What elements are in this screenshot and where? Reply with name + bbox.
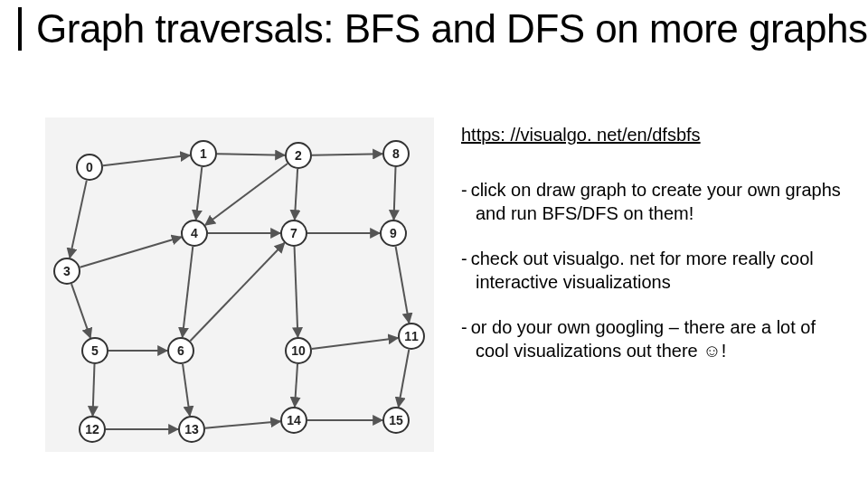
- graph-edge: [205, 164, 288, 225]
- graph-edge: [295, 169, 297, 220]
- bullet-item: check out visualgo. net for more really …: [461, 247, 841, 294]
- graph-edge: [295, 364, 297, 407]
- graph-edge: [70, 181, 87, 258]
- graph-node-0: 0: [76, 154, 103, 181]
- bullet-item: click on draw graph to create your own g…: [461, 178, 841, 225]
- graph-edge: [93, 364, 95, 416]
- graph-edge: [71, 284, 90, 338]
- graph-edge: [205, 421, 280, 427]
- graph-edges-svg: [45, 117, 434, 452]
- graph-edge: [103, 155, 190, 165]
- page-title: Graph traversals: BFS and DFS on more gr…: [36, 7, 868, 51]
- graph-node-3: 3: [53, 258, 80, 285]
- graph-edge: [196, 167, 203, 220]
- bullet-item: or do your own googling – there are a lo…: [461, 315, 841, 362]
- graph-node-9: 9: [380, 220, 407, 247]
- graph-edge: [217, 154, 285, 155]
- graph-edge: [183, 364, 190, 416]
- graph-panel: 0128479356101112131415: [45, 117, 434, 452]
- graph-node-14: 14: [280, 407, 307, 434]
- graph-edge: [295, 247, 298, 337]
- graph-edge: [312, 154, 382, 155]
- graph-edge: [190, 243, 284, 341]
- graph-node-1: 1: [190, 140, 217, 167]
- title-block: Graph traversals: BFS and DFS on more gr…: [18, 7, 868, 51]
- graph-node-13: 13: [178, 416, 205, 443]
- graph-edge: [183, 247, 193, 337]
- graph-node-2: 2: [285, 142, 312, 169]
- graph-node-10: 10: [285, 337, 312, 364]
- graph-node-15: 15: [382, 407, 410, 434]
- graph-edge: [399, 350, 410, 407]
- graph-node-6: 6: [167, 337, 194, 364]
- graph-edge: [396, 247, 410, 323]
- visualgo-link[interactable]: https: //visualgo. net/en/dfsbfs: [461, 125, 701, 145]
- graph-node-7: 7: [280, 220, 307, 247]
- graph-edge: [312, 338, 398, 349]
- graph-node-4: 4: [181, 220, 208, 247]
- graph-node-5: 5: [81, 337, 108, 364]
- right-column: https: //visualgo. net/en/dfsbfs click o…: [461, 125, 841, 384]
- graph-node-12: 12: [79, 416, 106, 443]
- bullet-list: click on draw graph to create your own g…: [461, 178, 841, 362]
- graph-edge: [394, 167, 396, 220]
- graph-edge: [80, 237, 181, 267]
- graph-node-11: 11: [398, 323, 425, 350]
- graph-node-8: 8: [382, 140, 410, 167]
